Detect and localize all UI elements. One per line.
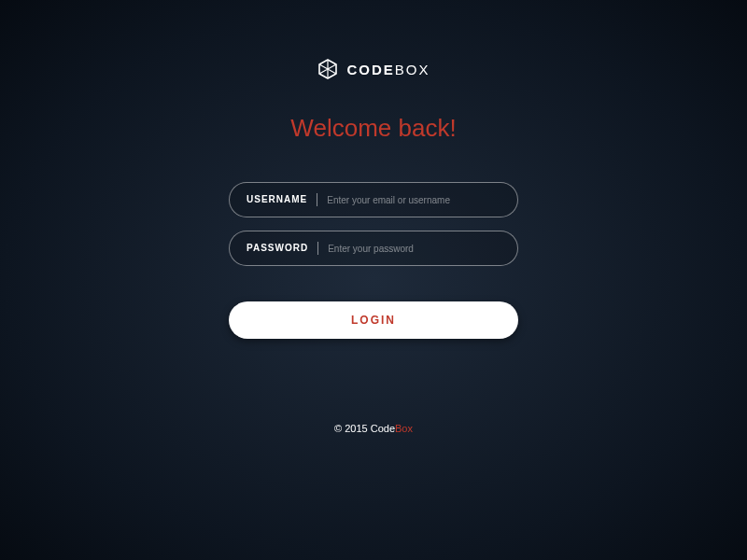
- password-input[interactable]: [318, 244, 500, 254]
- footer-copyright: © 2015 CodeBox: [334, 423, 413, 434]
- username-label: USERNAME: [247, 193, 317, 206]
- login-button[interactable]: LOGIN: [229, 301, 518, 339]
- password-field-container: PASSWORD: [229, 231, 518, 266]
- brand-logo: CODEBOX: [317, 58, 430, 80]
- brand-name: CODEBOX: [346, 62, 430, 77]
- cube-icon: [317, 58, 339, 80]
- login-form: USERNAME PASSWORD LOGIN: [229, 182, 518, 339]
- welcome-heading: Welcome back!: [290, 114, 456, 143]
- username-field-container: USERNAME: [229, 182, 518, 217]
- username-input[interactable]: [317, 195, 500, 205]
- password-label: PASSWORD: [247, 242, 318, 255]
